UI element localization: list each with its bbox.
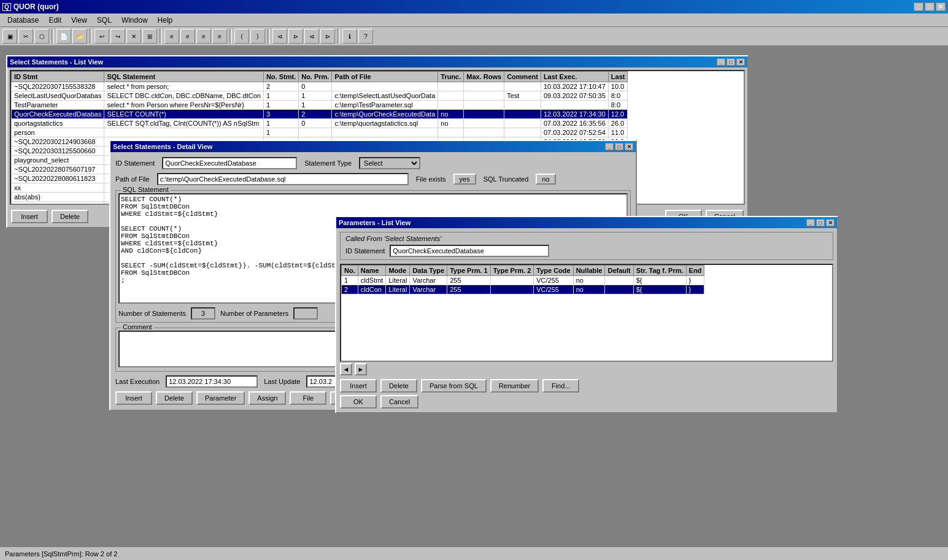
list-cell-noStmt: 1 [263,119,298,128]
last-exec-label: Last Execution [115,378,160,385]
params-cell-dataType: Varchar [410,285,447,294]
list-maximize-btn[interactable]: □ [726,58,735,66]
list-table-row[interactable]: ~SQL20220307155538328select * from perso… [12,82,628,91]
menu-database[interactable]: Database [2,15,44,26]
params-close-btn[interactable]: ✕ [826,219,834,226]
comment-group-label: Comment [121,323,154,331]
pcol-end: End [686,266,704,276]
tb-info[interactable]: ℹ [342,29,357,44]
toolbar: ▣ ✂ ⬡ 📄 📂 ↩ ↪ ✕ ⊞ ≡ ≡ ≡ ≡ ⟨ ⟩ ⊲ ⊳ ⊲ ⊳ ℹ … [0,27,948,47]
detail-maximize-btn[interactable]: □ [615,143,623,150]
list-cell-lastExec: 10.03.2022 17:10:47 [541,82,608,91]
tb-redo[interactable]: ↪ [110,29,125,44]
list-cell-comment [504,101,541,110]
tb-btn-6[interactable]: ≡ [164,29,179,44]
tb-help[interactable]: ? [358,29,373,44]
list-cell-noPrm: 1 [299,101,332,110]
tb-btn-4[interactable]: 📄 [56,29,71,44]
maximize-btn[interactable]: □ [925,2,935,11]
params-table: No. Name Mode Data Type Type Prm. 1 Type… [341,265,704,294]
params-ok-btn[interactable]: OK [340,395,377,408]
num-parameters-input[interactable] [293,307,318,320]
col-trunc: Trunc. [438,72,464,82]
list-cell-comment [504,82,541,91]
tb-undo[interactable]: ↩ [94,29,109,44]
params-minimize-btn[interactable]: _ [806,219,815,226]
pcol-typecode: Type Code [534,266,573,276]
params-cancel-btn[interactable]: Cancel [380,395,418,408]
tb-btn-3[interactable]: ⬡ [34,29,49,44]
menu-window[interactable]: Window [117,15,153,26]
list-cell-last: 8:0 [608,91,628,101]
tb-btn-9[interactable]: ≡ [212,29,227,44]
params-find-btn[interactable]: Find... [542,379,579,393]
minimize-btn[interactable]: _ [914,2,923,11]
path-input[interactable] [157,173,409,185]
params-maximize-btn[interactable]: □ [816,219,825,226]
list-cell-maxRows [464,110,504,119]
detail-insert-btn[interactable]: Insert [115,391,152,405]
tb-btn-11[interactable]: ⟩ [250,29,265,44]
tb-btn-2[interactable]: ✂ [18,29,33,44]
last-exec-input[interactable] [166,375,258,388]
params-renumber-btn[interactable]: Renumber [490,379,539,393]
list-cell-id: TestParameter [12,101,104,110]
menu-view[interactable]: View [66,15,92,26]
params-delete-btn[interactable]: Delete [380,379,417,393]
list-table-row[interactable]: person107.03.2022 07:52:5411.0 [12,128,628,137]
list-cell-id: QuorCheckExecutedDatabas [12,110,104,119]
num-parameters-label: Number of Parameters [220,310,288,317]
tb-btn-10[interactable]: ⟨ [234,29,249,44]
detail-parameter-btn[interactable]: Parameter [196,391,245,405]
tb-btn-13[interactable]: ⊳ [288,29,303,44]
list-cell-last: 8:0 [608,101,628,110]
list-table-row[interactable]: TestParameterselect * from Person where … [12,101,628,110]
menu-help[interactable]: Help [153,15,178,26]
close-btn[interactable]: ✕ [936,2,946,11]
num-statements-input[interactable] [191,307,215,320]
scroll-left-btn[interactable]: ◄ [340,363,352,375]
statement-type-select[interactable]: Select [359,157,420,169]
list-minimize-btn[interactable]: _ [717,58,725,66]
tb-btn-14[interactable]: ⊲ [304,29,319,44]
detail-minimize-btn[interactable]: _ [605,143,614,150]
menu-sql[interactable]: SQL [92,15,117,26]
tb-btn-7[interactable]: ≡ [180,29,195,44]
list-cell-last: 11.0 [608,128,628,137]
list-cell-comment [504,128,541,137]
params-cell-no: 1 [342,276,358,285]
list-close-btn[interactable]: ✕ [736,58,745,66]
list-cell-noStmt: 1 [263,91,298,101]
detail-close-btn[interactable]: ✕ [625,143,633,150]
parameters-list-window: Parameters - List View _ □ ✕ Called From… [335,216,838,413]
list-cell-id: ~SQL20220228080611823 [12,174,104,183]
params-parse-btn[interactable]: Parse from SQL [421,379,487,393]
scroll-right-btn[interactable]: ► [355,363,367,375]
list-cell-id: ~SQL20220302124903668 [12,137,104,147]
detail-assign-btn[interactable]: Assign [249,391,286,405]
params-table-row[interactable]: 1cldStmtLiteralVarchar255VC/255no${} [342,276,704,285]
col-last: Last [608,72,628,82]
detail-delete-btn[interactable]: Delete [156,391,193,405]
list-cell-id: ~SQL20220303125500660 [12,147,104,156]
tb-btn-15[interactable]: ⊳ [320,29,335,44]
id-statement-input[interactable] [162,157,297,169]
list-delete-btn[interactable]: Delete [52,210,88,223]
menu-edit[interactable]: Edit [44,15,66,26]
params-id-input[interactable] [390,245,549,257]
params-table-row[interactable]: 2cldConLiteralVarchar255VC/255no${} [342,285,704,294]
params-id-label: ID Statement [345,247,385,255]
list-insert-btn[interactable]: Insert [11,210,48,223]
tb-copy[interactable]: ⊞ [142,29,157,44]
tb-btn-5[interactable]: 📂 [72,29,87,44]
tb-btn-8[interactable]: ≡ [196,29,211,44]
list-table-row[interactable]: QuorCheckExecutedDatabasSELECT COUNT(*)3… [12,110,628,119]
tb-cut[interactable]: ✕ [126,29,141,44]
params-insert-btn[interactable]: Insert [340,379,377,393]
list-table-row[interactable]: SelectLastUsedQuorDatabasSELECT DBC.cldC… [12,91,628,101]
tb-btn-12[interactable]: ⊲ [272,29,287,44]
detail-file-btn[interactable]: File [290,391,326,405]
list-table-row[interactable]: quortagstaticticsSELECT SQT.cldTag, CInt… [12,119,628,128]
tb-btn-1[interactable]: ▣ [2,29,17,44]
list-cell-id: ~SQL20220228075607197 [12,165,104,174]
